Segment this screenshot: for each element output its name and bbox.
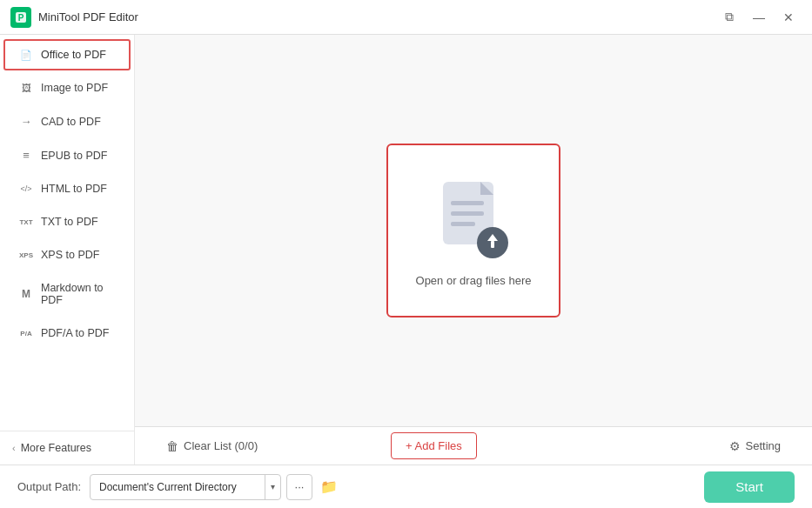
drop-zone-text: Open or drag files here (416, 274, 532, 287)
output-path-value: Document's Current Directory (91, 481, 265, 493)
drop-zone[interactable]: Open or drag files here (386, 144, 560, 318)
add-files-label: + Add Files (406, 439, 462, 452)
sidebar-item-markdown-to-pdf[interactable]: M Markdown to PDF (3, 272, 131, 316)
clear-list-button[interactable]: 🗑 Clear List (0/0) (152, 433, 272, 459)
setting-icon: ⚙ (729, 439, 741, 453)
sidebar-item-label: Image to PDF (41, 82, 108, 94)
sidebar-item-image-to-pdf[interactable]: 🖼 Image to PDF (3, 72, 131, 104)
drop-zone-container: Open or drag files here (135, 35, 812, 426)
svg-rect-6 (451, 222, 475, 226)
more-features-button[interactable]: ‹ More Features (0, 431, 134, 465)
clear-list-icon: 🗑 (166, 439, 178, 453)
title-bar: P MiniTool PDF Editor ⧉ — ✕ (0, 0, 812, 35)
bottom-bar: Output Path: Document's Current Director… (0, 465, 812, 508)
sidebar-item-txt-to-pdf[interactable]: TXT TXT to PDF (3, 206, 131, 237)
svg-rect-5 (451, 211, 484, 216)
image-icon: 🖼 (17, 83, 35, 93)
sidebar-item-html-to-pdf[interactable]: </> HTML to PDF (3, 173, 131, 204)
epub-icon: ≡ (17, 149, 35, 162)
office-icon: 📄 (17, 50, 35, 61)
close-button[interactable]: ✕ (775, 6, 802, 29)
sidebar-item-label: HTML to PDF (41, 183, 107, 195)
clear-list-label: Clear List (0/0) (184, 439, 258, 452)
app-logo: P (10, 7, 31, 28)
output-path-folder-button[interactable]: 📁 (316, 474, 342, 500)
output-path-more-button[interactable]: ··· (286, 474, 312, 500)
window-controls: ⧉ — ✕ (716, 6, 802, 29)
sidebar-item-label: XPS to PDF (41, 249, 99, 261)
main-content: 📄 Office to PDF 🖼 Image to PDF → CAD to … (0, 35, 812, 465)
sidebar-item-pdfa-to-pdf[interactable]: P/A PDF/A to PDF (3, 318, 131, 349)
dropdown-arrow-icon[interactable]: ▾ (265, 475, 280, 499)
start-button[interactable]: Start (704, 471, 795, 503)
sidebar-item-cad-to-pdf[interactable]: → CAD to PDF (3, 105, 131, 137)
setting-label: Setting (746, 439, 781, 452)
sidebar-item-label: CAD to PDF (41, 116, 101, 128)
drop-zone-icon (430, 175, 517, 262)
app-title: MiniTool PDF Editor (38, 10, 716, 23)
content-area: Open or drag files here 🗑 Clear List (0/… (135, 35, 812, 465)
sidebar-item-label: PDF/A to PDF (41, 327, 110, 339)
svg-rect-9 (491, 241, 494, 248)
markdown-icon: M (17, 288, 35, 300)
more-dots-icon: ··· (295, 480, 305, 493)
output-path-select[interactable]: Document's Current Directory ▾ (90, 474, 281, 500)
sidebar-item-office-to-pdf[interactable]: 📄 Office to PDF (3, 39, 131, 70)
action-bar: 🗑 Clear List (0/0) + Add Files ⚙ Setting (135, 426, 812, 465)
sidebar: 📄 Office to PDF 🖼 Image to PDF → CAD to … (0, 35, 135, 465)
sidebar-item-xps-to-pdf[interactable]: XPS XPS to PDF (3, 239, 131, 271)
sidebar-item-label: Markdown to PDF (41, 282, 117, 306)
pdfa-icon: P/A (17, 330, 35, 338)
output-path-label: Output Path: (17, 480, 81, 493)
minimize-button[interactable]: — (746, 6, 772, 29)
restore-button[interactable]: ⧉ (716, 6, 742, 29)
xps-icon: XPS (17, 251, 35, 259)
txt-icon: TXT (17, 218, 35, 226)
svg-text:P: P (18, 13, 24, 23)
sidebar-item-label: Office to PDF (41, 49, 106, 61)
folder-icon: 📁 (320, 478, 338, 495)
svg-rect-4 (451, 201, 484, 205)
sidebar-item-label: EPUB to PDF (41, 150, 107, 162)
sidebar-item-epub-to-pdf[interactable]: ≡ EPUB to PDF (3, 139, 131, 171)
setting-button[interactable]: ⚙ Setting (715, 433, 795, 459)
more-features-label: More Features (21, 442, 91, 454)
cad-icon: → (17, 115, 35, 128)
html-icon: </> (17, 184, 35, 193)
sidebar-item-label: TXT to PDF (41, 216, 98, 228)
add-files-button[interactable]: + Add Files (391, 432, 477, 459)
chevron-left-icon: ‹ (12, 443, 16, 453)
